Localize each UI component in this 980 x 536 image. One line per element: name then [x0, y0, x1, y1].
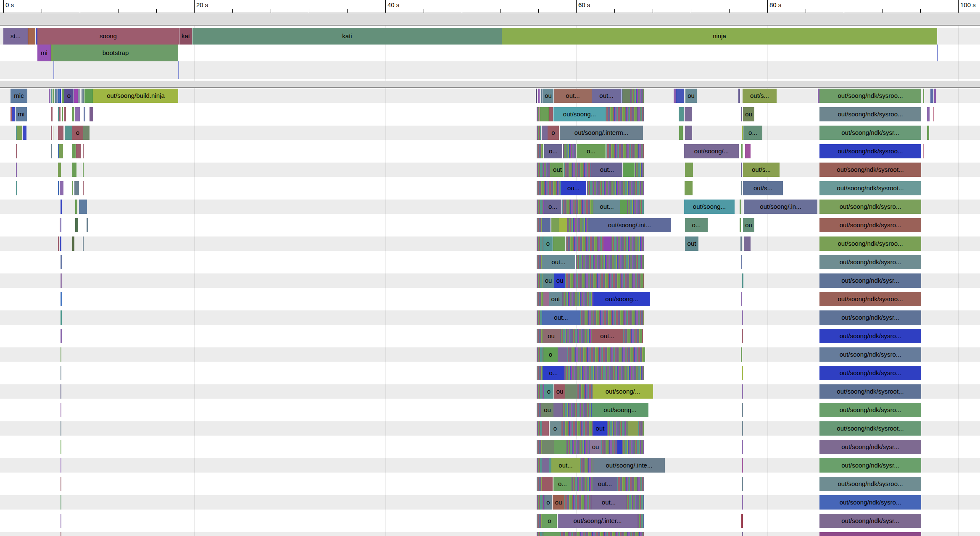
trace-event-sliver[interactable]	[87, 218, 88, 232]
trace-event-bar[interactable]: o	[550, 421, 561, 436]
trace-event-cluster[interactable]	[560, 329, 592, 343]
trace-event-sliver[interactable]	[679, 107, 684, 121]
trace-event-sliver[interactable]	[541, 89, 543, 103]
trace-event-sliver[interactable]	[16, 181, 17, 195]
trace-event-sliver[interactable]	[742, 495, 743, 510]
trace-event-bar[interactable]: out/soong/.int...	[588, 218, 671, 232]
trace-event-bar[interactable]: out/soong/ndk/sysro...	[819, 532, 921, 536]
trace-event-bar[interactable]: out/soong/ndk/sysr...	[819, 310, 921, 325]
trace-event-sliver[interactable]	[72, 236, 74, 251]
trace-event-sliver[interactable]	[61, 458, 61, 473]
trace-event-bar[interactable]: o...	[544, 144, 562, 158]
trace-event-sliver[interactable]	[61, 347, 61, 362]
trace-event-sliver[interactable]	[923, 89, 924, 103]
trace-event-sliver[interactable]	[60, 89, 61, 103]
track-group-separator[interactable]	[0, 81, 980, 88]
trace-event-bar[interactable]: ou	[554, 273, 565, 288]
trace-event-cluster[interactable]	[601, 440, 617, 454]
trace-event-sliver[interactable]	[551, 218, 559, 232]
trace-event-bar[interactable]: o	[72, 126, 83, 140]
trace-event-sliver[interactable]	[685, 107, 692, 121]
trace-event-sliver[interactable]	[61, 384, 61, 399]
trace-event-sliver[interactable]	[549, 107, 553, 121]
trace-event-sliver[interactable]	[61, 292, 62, 306]
trace-event-sliver[interactable]	[742, 440, 743, 454]
trace-event-sliver[interactable]	[741, 107, 742, 121]
trace-event-sliver[interactable]	[76, 144, 81, 158]
trace-event-cluster[interactable]	[572, 477, 593, 491]
trace-event-sliver[interactable]	[61, 218, 61, 232]
trace-event-bar[interactable]: out/soong/ndk/sysroot...	[819, 181, 921, 195]
trace-event-sliver[interactable]	[83, 181, 84, 195]
trace-event-bar[interactable]: out/s...	[743, 89, 777, 103]
trace-event-bar[interactable]: o	[543, 236, 553, 251]
trace-event-sliver[interactable]	[603, 236, 611, 251]
trace-event-bar[interactable]: ou	[541, 403, 553, 417]
trace-event-bar[interactable]: out/soong/ndk/sysr...	[819, 458, 921, 473]
trace-event-sliver[interactable]	[51, 126, 52, 140]
trace-event-sliver[interactable]	[934, 89, 936, 103]
trace-event-sliver[interactable]	[930, 89, 933, 103]
trace-event-bar[interactable]: o...	[553, 477, 572, 491]
trace-event-sliver[interactable]	[55, 89, 56, 103]
trace-event-sliver[interactable]	[61, 273, 62, 288]
trace-event-cluster[interactable]	[537, 126, 541, 140]
trace-event-sliver[interactable]	[61, 440, 61, 454]
trace-event-bar[interactable]: out/soong/ndk/sysroot...	[819, 384, 921, 399]
trace-event-sliver[interactable]	[540, 107, 549, 121]
trace-event-bar[interactable]: ou	[554, 384, 565, 399]
trace-event-bar[interactable]: out/soong/.interm...	[560, 126, 643, 140]
trace-event-sliver[interactable]	[65, 126, 72, 140]
trace-event-sliver[interactable]	[58, 181, 59, 195]
trace-event-cluster[interactable]	[537, 255, 542, 269]
trace-event-bar[interactable]: out/soong/ndk/sysro...	[819, 200, 921, 214]
trace-event-sliver[interactable]	[82, 89, 84, 103]
trace-event-sliver[interactable]	[933, 107, 934, 121]
trace-event-sliver[interactable]	[12, 107, 15, 121]
trace-event-bar[interactable]: soong	[37, 28, 179, 45]
trace-event-sliver[interactable]	[72, 163, 76, 177]
trace-event-cluster[interactable]	[537, 532, 543, 536]
trace-event-bar[interactable]: out/s...	[743, 163, 780, 177]
trace-event-bar[interactable]: out/soong/ndk/sysroot...	[819, 163, 921, 177]
trace-event-sliver[interactable]	[558, 347, 567, 362]
trace-event-cluster[interactable]	[537, 292, 543, 306]
trace-event-cluster[interactable]	[587, 181, 644, 195]
trace-event-sliver[interactable]	[61, 329, 62, 343]
trace-event-bar[interactable]: out/soong/ndk/sysro...	[819, 403, 921, 417]
trace-event-cluster[interactable]	[577, 384, 593, 399]
trace-event-sliver[interactable]	[622, 89, 630, 103]
trace-event-sliver[interactable]	[72, 144, 76, 158]
trace-event-sliver[interactable]	[84, 89, 93, 103]
trace-event-sliver[interactable]	[79, 200, 87, 214]
trace-event-bar[interactable]: out...	[554, 89, 592, 103]
trace-event-bar[interactable]: o	[543, 347, 558, 362]
trace-event-sliver[interactable]	[740, 218, 741, 232]
trace-event-sliver[interactable]	[75, 107, 80, 121]
trace-event-bar[interactable]: out/soong/.inte...	[593, 458, 665, 473]
trace-event-sliver[interactable]	[742, 477, 743, 491]
trace-event-cluster[interactable]	[622, 440, 644, 454]
trace-event-bar[interactable]: out/soong/ndk/sysr...	[819, 440, 921, 454]
trace-event-sliver[interactable]	[741, 181, 742, 195]
trace-event-sliver[interactable]	[61, 200, 62, 214]
trace-event-sliver[interactable]	[83, 144, 84, 158]
trace-event-cluster[interactable]	[611, 236, 644, 251]
trace-event-sliver[interactable]	[75, 200, 77, 214]
trace-event-cluster[interactable]	[58, 107, 61, 121]
trace-event-bar[interactable]: out/soong/ndk/sysr...	[819, 126, 921, 140]
trace-event-cluster[interactable]	[537, 144, 543, 158]
trace-event-cluster[interactable]	[537, 403, 541, 417]
trace-event-cluster[interactable]	[638, 421, 644, 436]
trace-event-sliver[interactable]	[685, 163, 693, 177]
trace-event-bar[interactable]: out	[549, 292, 562, 306]
trace-event-cluster[interactable]	[562, 292, 593, 306]
trace-event-cluster[interactable]	[562, 403, 592, 417]
trace-event-sliver[interactable]	[58, 163, 61, 177]
trace-event-sliver[interactable]	[741, 255, 742, 269]
trace-event-bar[interactable]: out	[685, 236, 698, 251]
trace-event-sliver[interactable]	[61, 495, 61, 510]
trace-event-sliver[interactable]	[927, 107, 930, 121]
trace-event-cluster[interactable]	[537, 514, 542, 528]
trace-event-sliver[interactable]	[553, 403, 562, 417]
